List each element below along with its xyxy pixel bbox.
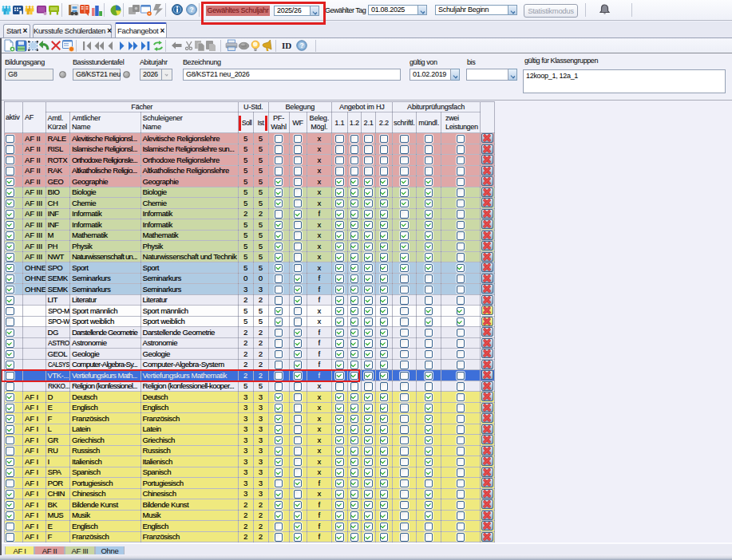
- svg-text:?: ?: [299, 41, 303, 49]
- svg-text:?: ?: [189, 6, 193, 14]
